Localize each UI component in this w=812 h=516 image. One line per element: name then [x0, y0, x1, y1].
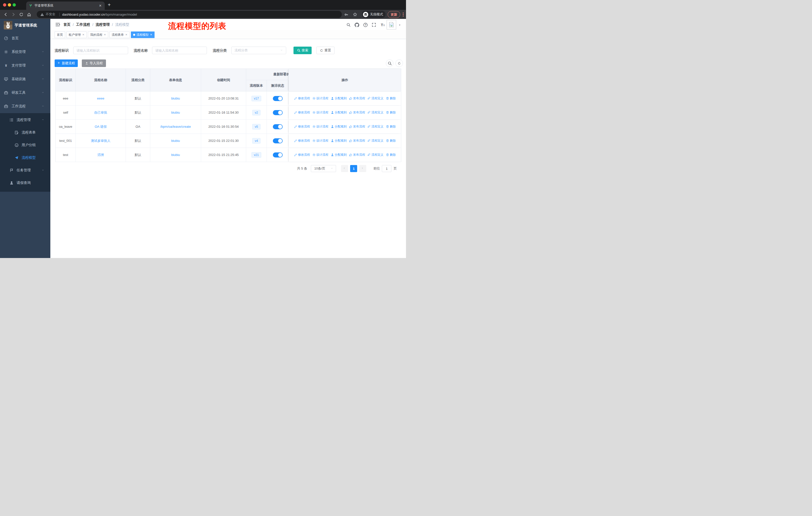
tab-close-icon[interactable]: ✕: [104, 32, 106, 38]
filter-id-input[interactable]: [73, 47, 128, 54]
sidebar-item-请假查询[interactable]: 请假查询: [0, 176, 50, 189]
sidebar-item-流程管理[interactable]: 流程管理: [0, 114, 50, 126]
action-设计流程[interactable]: 设计流程: [312, 110, 328, 115]
action-删除[interactable]: 删除: [386, 153, 396, 157]
fullscreen-icon[interactable]: [372, 23, 376, 27]
browser-update-button[interactable]: 更新: [388, 11, 400, 18]
action-发布流程[interactable]: 发布流程: [349, 96, 365, 101]
tags-view-tab[interactable]: 流程表单✕: [110, 31, 129, 38]
tab-close-icon[interactable]: ✕: [98, 4, 102, 7]
avatar-caret-down-icon[interactable]: [399, 24, 402, 27]
form-info-link[interactable]: biubiu: [171, 111, 180, 114]
action-设计流程[interactable]: 设计流程: [312, 125, 328, 129]
search-button[interactable]: 搜索: [293, 47, 312, 54]
new-tab-button[interactable]: +: [108, 2, 111, 8]
tab-close-icon[interactable]: ✕: [125, 32, 127, 38]
user-avatar[interactable]: [387, 20, 396, 29]
breadcrumb-item[interactable]: 工作流程: [76, 22, 90, 27]
sidebar-item-流程模型[interactable]: 流程模型: [0, 152, 50, 164]
header-search-icon[interactable]: [346, 23, 351, 27]
font-size-icon[interactable]: TT: [380, 23, 385, 27]
active-status-toggle[interactable]: [273, 124, 283, 129]
next-page-button[interactable]: [359, 165, 366, 172]
tags-view-tab[interactable]: 我的流程✕: [88, 31, 108, 38]
filter-name-input[interactable]: [152, 47, 207, 54]
password-key-icon[interactable]: [344, 12, 348, 17]
show-search-button[interactable]: [386, 59, 394, 67]
reload-icon[interactable]: [19, 12, 23, 17]
home-icon[interactable]: [27, 12, 31, 17]
active-status-toggle[interactable]: [273, 96, 283, 101]
filter-category-select[interactable]: 流程分类: [231, 47, 286, 54]
tags-view-tab[interactable]: 租户管理✕: [66, 31, 87, 38]
sidebar-item-用户分组[interactable]: 用户分组: [0, 139, 50, 152]
breadcrumb-item[interactable]: 流程管理: [96, 22, 110, 27]
browser-menu-icon[interactable]: [403, 12, 404, 17]
action-发布流程[interactable]: 发布流程: [349, 110, 365, 115]
action-设计流程[interactable]: 设计流程: [312, 96, 328, 101]
action-删除[interactable]: 删除: [386, 96, 396, 101]
action-发布流程[interactable]: 发布流程: [349, 125, 365, 129]
sidebar-item-首页[interactable]: 首页: [0, 31, 50, 45]
action-修改流程[interactable]: 修改流程: [294, 125, 310, 129]
action-设计流程[interactable]: 设计流程: [312, 139, 328, 143]
action-分配规则[interactable]: 分配规则: [331, 96, 347, 101]
sidebar-item-研发工具[interactable]: 研发工具: [0, 86, 50, 100]
close-window-button[interactable]: [3, 3, 6, 6]
sidebar-item-任务管理[interactable]: 任务管理: [0, 164, 50, 176]
action-修改流程[interactable]: 修改流程: [294, 96, 310, 101]
import-process-button[interactable]: 导入流程: [82, 59, 106, 67]
tags-view-tab[interactable]: 流程模型✕: [131, 31, 154, 38]
create-process-button[interactable]: 新建流程: [55, 59, 78, 67]
github-icon[interactable]: [355, 23, 359, 27]
action-分配规则[interactable]: 分配规则: [331, 139, 347, 143]
process-name-link[interactable]: eeee: [97, 97, 105, 100]
minimize-window-button[interactable]: [8, 3, 11, 6]
bookmark-star-icon[interactable]: [353, 12, 357, 17]
version-badge[interactable]: v17: [252, 96, 261, 101]
process-name-link[interactable]: OA 请假: [95, 125, 107, 129]
action-流程定义[interactable]: 流程定义: [368, 125, 384, 129]
sidebar-logo[interactable]: 芋道管理系统: [0, 19, 50, 31]
form-info-link[interactable]: biubiu: [171, 139, 180, 143]
forward-icon[interactable]: [11, 12, 16, 17]
browser-tab[interactable]: 芋道管理系统 ✕: [26, 1, 105, 10]
action-分配规则[interactable]: 分配规则: [331, 110, 347, 115]
form-info-link[interactable]: /bpm/oa/leave/create: [160, 125, 191, 129]
process-name-link[interactable]: 测试多审批人: [91, 139, 111, 143]
back-icon[interactable]: [3, 12, 8, 17]
tab-close-icon[interactable]: ✕: [82, 32, 84, 38]
version-badge[interactable]: v21: [252, 152, 261, 158]
tags-view-tab[interactable]: 首页: [55, 31, 65, 38]
help-icon[interactable]: ?: [363, 23, 368, 27]
page-size-select[interactable]: 10条/页: [311, 165, 336, 172]
sidebar-item-系统管理[interactable]: 系统管理: [0, 45, 50, 59]
sidebar-item-流程表单[interactable]: 流程表单: [0, 126, 50, 139]
action-流程定义[interactable]: 流程定义: [368, 153, 384, 157]
reset-button[interactable]: 重置: [316, 47, 335, 54]
sidebar-item-工作流程[interactable]: 工作流程: [0, 100, 50, 113]
active-status-toggle[interactable]: [273, 110, 283, 115]
form-info-link[interactable]: biubiu: [171, 97, 180, 100]
action-删除[interactable]: 删除: [386, 139, 396, 143]
sidebar-collapse-icon[interactable]: [55, 22, 60, 27]
action-修改流程[interactable]: 修改流程: [294, 153, 310, 157]
version-badge[interactable]: v2: [252, 110, 261, 115]
zoom-window-button[interactable]: [12, 3, 16, 6]
process-name-link[interactable]: 自己审批: [94, 110, 107, 115]
active-status-toggle[interactable]: [273, 153, 283, 158]
action-修改流程[interactable]: 修改流程: [294, 139, 310, 143]
page-number-button[interactable]: 1: [350, 165, 357, 172]
action-设计流程[interactable]: 设计流程: [312, 153, 328, 157]
refresh-table-button[interactable]: [396, 59, 403, 67]
sidebar-item-支付管理[interactable]: ¥支付管理: [0, 59, 50, 72]
form-info-link[interactable]: biubiu: [171, 153, 180, 157]
action-删除[interactable]: 删除: [386, 110, 396, 115]
action-流程定义[interactable]: 流程定义: [368, 96, 384, 101]
version-badge[interactable]: v5: [252, 124, 261, 130]
action-修改流程[interactable]: 修改流程: [294, 110, 310, 115]
prev-page-button[interactable]: [341, 165, 348, 172]
action-流程定义[interactable]: 流程定义: [368, 110, 384, 115]
url-bar[interactable]: 不安全 dashboard.yudao.iocoder.cn /bpm/mana…: [37, 11, 342, 18]
sidebar-item-基础设施[interactable]: 基础设施: [0, 72, 50, 86]
